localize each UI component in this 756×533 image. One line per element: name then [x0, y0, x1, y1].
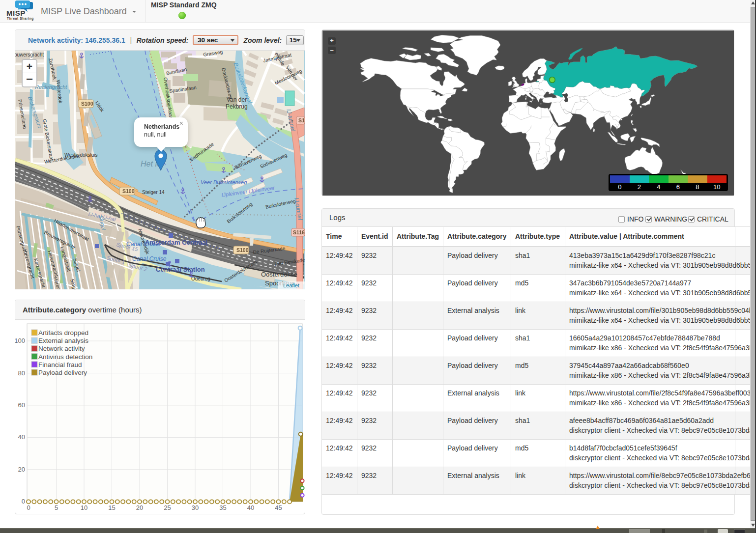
svg-text:40: 40: [18, 433, 25, 441]
svg-text:0: 0: [22, 498, 25, 505]
svg-text:S1: S1: [298, 117, 305, 123]
svg-text:45: 45: [275, 504, 282, 511]
svg-text:5: 5: [55, 504, 58, 511]
svg-text:Artifacts dropped: Artifacts dropped: [38, 329, 88, 337]
svg-text:Centraal Station: Centraal Station: [156, 266, 205, 273]
svg-text:15: 15: [108, 504, 115, 511]
svg-text:Antivirus detection: Antivirus detection: [38, 353, 92, 361]
svg-text:20: 20: [18, 466, 25, 473]
svg-text:Realengracht: Realengracht: [35, 84, 67, 90]
svg-text:30: 30: [192, 504, 199, 511]
svg-text:Westerdoksluis: Westerdoksluis: [64, 152, 98, 158]
svg-text:100: 100: [15, 337, 25, 344]
svg-text:Canal Cruise: Canal Cruise: [132, 255, 167, 262]
svg-text:Veer Buiksloterweg: Veer Buiksloterweg: [201, 179, 247, 185]
svg-text:Amsterdam Centraal: Amsterdam Centraal: [145, 239, 207, 246]
svg-text:S100: S100: [122, 188, 135, 194]
svg-text:Network activity: Network activity: [38, 345, 85, 352]
svg-text:Payload delivery: Payload delivery: [38, 369, 87, 376]
svg-text:40: 40: [247, 504, 254, 511]
svg-text:Odebrug: Odebrug: [191, 276, 210, 281]
svg-text:Pekbrug: Pekbrug: [226, 103, 248, 110]
svg-text:25: 25: [164, 504, 171, 511]
svg-text:10: 10: [81, 504, 87, 511]
svg-text:ouwersgracht: ouwersgracht: [15, 52, 44, 57]
svg-text:S116: S116: [293, 229, 305, 235]
svg-text:60: 60: [18, 401, 25, 409]
svg-text:Financial fraud: Financial fraud: [38, 361, 82, 368]
svg-text:0: 0: [27, 504, 30, 511]
svg-text:External analysis: External analysis: [38, 337, 88, 344]
svg-text:80: 80: [18, 369, 25, 377]
svg-text:Oosterdokse: Oosterdokse: [261, 271, 297, 278]
svg-text:Van der: Van der: [227, 96, 247, 103]
svg-text:Steiger 14: Steiger 14: [142, 190, 165, 195]
svg-text:Threat Sharing: Threat Sharing: [7, 17, 34, 21]
svg-text:MISP: MISP: [6, 9, 26, 17]
svg-text:S100: S100: [81, 101, 93, 107]
svg-text:S100: S100: [236, 247, 249, 253]
svg-text:35: 35: [219, 504, 226, 511]
svg-text:20: 20: [136, 504, 143, 511]
